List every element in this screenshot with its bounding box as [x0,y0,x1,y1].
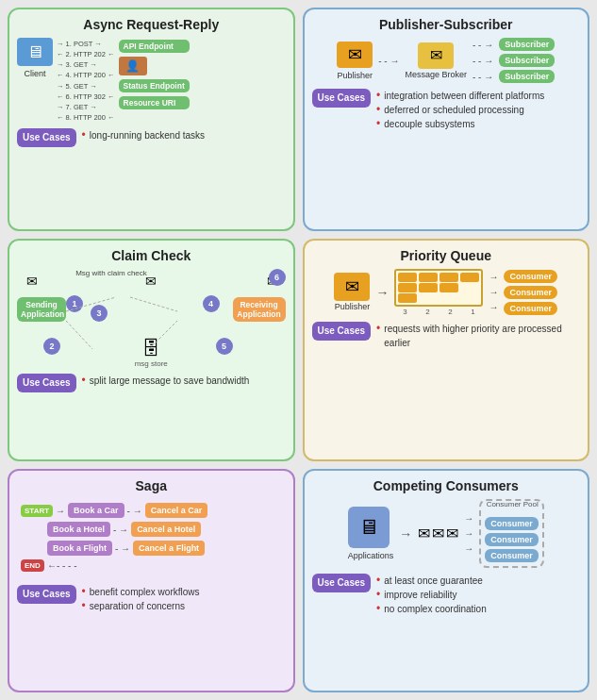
saga-start-row: START → Book a Car - → Cancel a Car [21,503,282,518]
saga-end-arrow: ←- - - - [47,560,77,571]
svg-line-2 [130,297,177,311]
saga-flight-row: Book a Flight - → Cancel a Flight [47,541,282,556]
subscriber-3: Subscriber [499,70,555,83]
queue-slot-4 [460,273,479,282]
priority-use-cases: Use Cases •requests with higher priority… [312,322,581,350]
saga-book-hotel: Book a Hotel [47,522,110,537]
resource-uri-box: Resource URI [119,96,190,109]
saga-book-car: Book a Car [68,503,124,518]
monitor-icon: 🖥 [17,38,53,66]
async-panel: Async Request-Reply 🖥 Client → 1. POST →… [8,8,295,231]
competing-use-cases-list: •at least once guarantee •improve reliab… [376,574,487,616]
pnum-4: 1 [462,308,483,316]
queue-item [439,273,458,282]
status-endpoint-box: Status Endpoint [119,79,190,92]
client-label: Client [24,69,45,78]
comp-multi-arrows: → → → [464,513,473,554]
step-2: 2 [43,338,60,355]
saga-panel: Saga START → Book a Car - → Cancel a Car… [8,469,295,692]
pubsub-use-cases-list: •integration between different platforms… [376,89,544,131]
pubsub-use-cases: Use Cases •integration between different… [312,89,581,131]
async-use-cases-list: • long-running backend tasks [82,128,206,142]
queue-item [398,273,417,282]
saga-hotel-row: Book a Hotel - → Cancel a Hotel [47,522,282,537]
queue-slot-3 [439,273,458,292]
queue-slot-2 [419,273,438,292]
pubsub-diagram: ✉ Publisher - - → ✉ Message Broker - - →… [312,38,581,83]
async-dot-1: • [82,128,86,142]
async-endpoints: API Endpoint 👤 Status Endpoint Resource … [119,38,190,109]
claim-use-cases: Use Cases •split large message to save b… [17,374,286,392]
priority-publisher-label: Publisher [335,302,371,311]
pubsub-panel: Publisher-Subscriber ✉ Publisher - - → ✉… [303,8,590,231]
main-grid: Async Request-Reply 🖥 Client → 1. POST →… [0,0,597,700]
step-1: 1 [66,295,83,312]
async-title: Async Request-Reply [17,17,286,32]
arrow-8: ← 8. HTTP 200 ← [57,113,115,123]
subscriber-list: Subscriber Subscriber Subscriber [499,38,555,83]
saga-book-flight: Book a Flight [47,541,112,556]
queue-item [398,283,417,292]
sending-app-box: Sending Application [17,297,66,322]
competing-diagram: 🖥 Applications → ✉ ✉ ✉ → → → Consumer Po… [312,499,581,568]
saga-dash-3: - → [115,543,130,554]
saga-dash-2: - → [113,525,128,535]
msg-store: 🗄 msg store [135,338,168,368]
publisher-box: ✉ Publisher [337,42,373,80]
async-use-cases-btn: Use Cases [17,128,76,147]
saga-diagram: START → Book a Car - → Cancel a Car Book… [17,499,286,579]
arrow-3: → 3. GET → [57,60,115,70]
step-3: 3 [91,305,108,322]
svg-line-1 [66,321,92,349]
pnum-2: 2 [417,308,438,316]
priority-use-cases-list: •requests with higher priority are proce… [376,322,580,350]
priority-title: Priority Queue [312,248,581,263]
person-icon: 👤 [119,57,147,75]
message-broker: ✉ Message Broker [405,42,467,79]
step-6: 6 [269,269,286,286]
queue-item [460,273,479,282]
saga-end-row: END ←- - - - [21,559,282,572]
comp-arrow: → [399,526,412,542]
apps-label: Applications [348,551,394,560]
priority-consumers: Consumer Consumer Consumer [504,270,557,315]
priority-arrow: → [375,285,389,300]
priority-multi-arrows: → → → [489,272,498,312]
claim-label: Msg with claim check [74,269,149,277]
sub-arrow-3: - - → [473,72,493,82]
priority-consumer-3: Consumer [504,302,557,315]
saga-cancel-car: Cancel a Car [145,503,208,518]
claim-use-cases-btn: Use Cases [17,374,76,392]
sub-arrow-1: - - → [473,40,493,50]
step-5: 5 [216,338,233,355]
msg-store-icon: 🗄 [141,338,160,359]
comp-consumer-1: Consumer [485,517,539,530]
receiving-app-box: Receiving Application [233,297,286,322]
claim-diagram: Sending Application ✉ Msg with claim che… [17,269,286,368]
queue-item [419,283,438,292]
saga-use-cases: Use Cases •benefit complex workflows •se… [17,585,286,613]
saga-use-cases-btn: Use Cases [17,585,76,604]
consumer-pool: Consumer Pool Consumer Consumer Consumer [479,499,544,568]
claim-panel: Claim Check Sending Application ✉ Msg wi… [8,239,295,462]
saga-use-cases-list: •benefit complex workflows •separation o… [82,585,200,613]
app-server-icon: 🖥 [348,507,390,548]
queue-item [419,273,438,282]
saga-title: Saga [17,478,286,493]
competing-use-cases-btn: Use Cases [312,574,372,592]
queue-slots [394,269,483,307]
pubsub-arrow1: - - → [378,56,399,66]
consumer-pool-label: Consumer Pool [487,500,539,508]
publisher-label: Publisher [337,71,373,80]
pnum-3: 2 [439,308,460,316]
pubsub-title: Publisher-Subscriber [312,17,581,32]
arrow-1: → 1. POST → [57,40,115,49]
step-4: 4 [203,295,220,312]
subscriber-2: Subscriber [499,54,555,67]
priority-publisher-icon: ✉ [334,273,370,301]
claim-title: Claim Check [17,248,286,263]
subscriber-1: Subscriber [499,38,555,51]
broker-envelope-icon: ✉ [418,42,454,69]
broker-label: Message Broker [405,70,467,79]
competing-panel: Competing Consumers 🖥 Applications → ✉ ✉… [303,469,590,692]
